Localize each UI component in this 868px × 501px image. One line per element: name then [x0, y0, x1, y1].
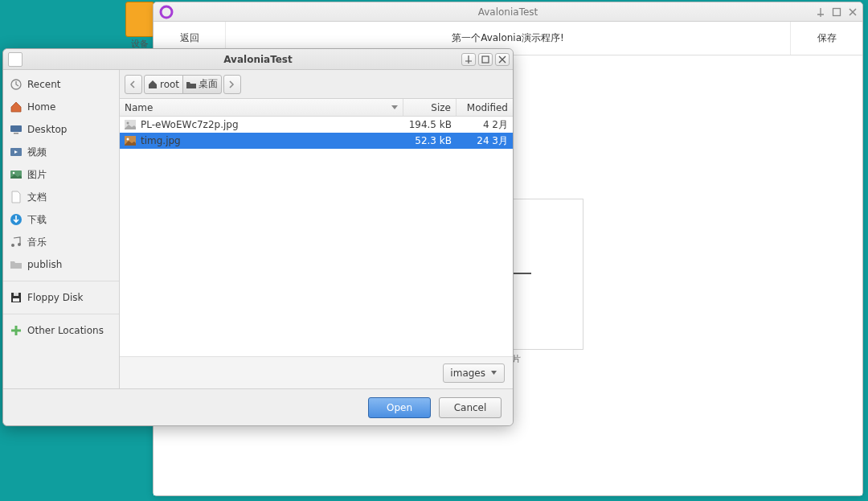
svg-point-9 [13, 172, 15, 175]
svg-point-11 [11, 244, 14, 247]
svg-rect-14 [14, 293, 18, 296]
plus-icon [10, 324, 23, 337]
path-segment-label: 桌面 [199, 77, 218, 91]
path-segment-desktop[interactable]: 桌面 [182, 75, 222, 94]
sidebar-item-other-locations[interactable]: Other Locations [3, 319, 119, 342]
sidebar-separator [3, 281, 119, 281]
folder-icon [10, 258, 23, 271]
sidebar-item-downloads[interactable]: 下载 [3, 208, 119, 231]
file-row[interactable]: PL-eWoEWc7z2p.jpg 194.5 kB 4 2月 [120, 117, 513, 133]
video-icon [10, 146, 23, 158]
svg-rect-15 [13, 298, 19, 302]
file-list: Name Size Modified PL-eWoEWc7z2p.jpg 194… [120, 99, 513, 356]
file-modified: 4 2月 [457, 118, 513, 132]
sort-indicator-icon [391, 105, 398, 109]
sidebar-item-label: Recent [27, 79, 60, 90]
sidebar-item-label: Home [27, 101, 55, 113]
maximize-icon[interactable] [478, 53, 493, 66]
chevron-down-icon [490, 369, 497, 376]
svg-point-19 [127, 138, 129, 141]
document-icon [10, 191, 23, 203]
save-button[interactable]: 保存 [790, 22, 862, 55]
sidebar-item-documents[interactable]: 文档 [3, 186, 119, 208]
svg-rect-2 [482, 56, 489, 63]
sidebar-item-label: Floppy Disk [27, 292, 84, 303]
sidebar-item-recent[interactable]: Recent [3, 73, 119, 96]
pin-icon[interactable] [461, 53, 476, 66]
sidebar-item-pictures[interactable]: 图片 [3, 163, 119, 186]
sidebar-item-desktop[interactable]: Desktop [3, 118, 119, 141]
music-icon [10, 236, 23, 248]
column-header-label: Name [125, 102, 153, 113]
file-filter-bar: images [120, 356, 513, 388]
image-file-icon [125, 136, 136, 146]
file-dialog-title: AvaloniaTest [3, 54, 513, 65]
svg-point-17 [127, 122, 129, 125]
sidebar-item-floppy[interactable]: Floppy Disk [3, 286, 119, 309]
column-header-modified[interactable]: Modified [457, 99, 513, 116]
file-dialog-actions: Open Cancel [3, 388, 513, 425]
download-icon [10, 213, 23, 226]
maximize-icon[interactable] [830, 6, 843, 18]
svg-rect-4 [10, 125, 22, 132]
file-list-header: Name Size Modified [120, 99, 513, 117]
path-bar: root 桌面 [120, 70, 513, 99]
file-size: 52.3 kB [403, 135, 457, 146]
sidebar-item-label: publish [27, 259, 62, 270]
filter-label: images [450, 368, 485, 379]
desktop-icon [10, 123, 23, 136]
file-modified: 24 3月 [457, 134, 513, 148]
file-dialog-sidebar: Recent Home Desktop 视频 图片 文档 [3, 70, 120, 388]
sidebar-item-label: 图片 [27, 168, 47, 182]
sidebar-item-publish[interactable]: publish [3, 253, 119, 276]
sidebar-item-label: 音乐 [27, 236, 47, 249]
sidebar-separator [3, 314, 119, 314]
file-open-dialog: AvaloniaTest Recent Home Desktop 视频 [2, 48, 514, 426]
path-segment-label: root [160, 79, 179, 90]
svg-rect-1 [833, 8, 841, 15]
clock-icon [10, 78, 23, 91]
taskbar-app-tile[interactable] [125, 2, 154, 37]
file-size: 194.5 kB [403, 119, 457, 130]
pictures-icon [10, 168, 23, 181]
home-icon [10, 101, 23, 113]
column-header-name[interactable]: Name [120, 99, 403, 116]
file-name: timg.jpg [141, 135, 181, 146]
cancel-button[interactable]: Cancel [439, 397, 502, 418]
file-row[interactable]: timg.jpg 52.3 kB 24 3月 [120, 133, 513, 149]
sidebar-item-label: 下载 [27, 213, 47, 227]
file-type-filter[interactable]: images [443, 363, 505, 383]
sidebar-item-music[interactable]: 音乐 [3, 231, 119, 253]
close-icon[interactable] [846, 6, 859, 18]
open-button[interactable]: Open [368, 397, 431, 418]
pin-icon[interactable] [814, 6, 827, 18]
svg-rect-5 [14, 133, 18, 134]
floppy-icon [10, 291, 23, 304]
main-window-title: AvaloniaTest [154, 6, 862, 18]
image-file-icon [125, 120, 136, 129]
sidebar-item-label: Other Locations [27, 325, 104, 336]
path-segment-root[interactable]: root [144, 75, 183, 94]
svg-point-12 [18, 243, 21, 246]
column-header-size[interactable]: Size [403, 99, 457, 116]
main-window-titlebar[interactable]: AvaloniaTest [154, 2, 862, 22]
sidebar-item-label: 视频 [27, 146, 47, 159]
sidebar-item-label: 文档 [27, 191, 47, 204]
sidebar-item-home[interactable]: Home [3, 96, 119, 118]
sidebar-item-label: Desktop [27, 124, 68, 135]
sidebar-item-videos[interactable]: 视频 [3, 141, 119, 163]
file-dialog-titlebar[interactable]: AvaloniaTest [3, 49, 513, 70]
path-back-button[interactable] [125, 75, 142, 94]
path-forward-button[interactable] [223, 75, 241, 94]
file-name: PL-eWoEWc7z2p.jpg [141, 119, 239, 130]
close-icon[interactable] [495, 53, 510, 66]
